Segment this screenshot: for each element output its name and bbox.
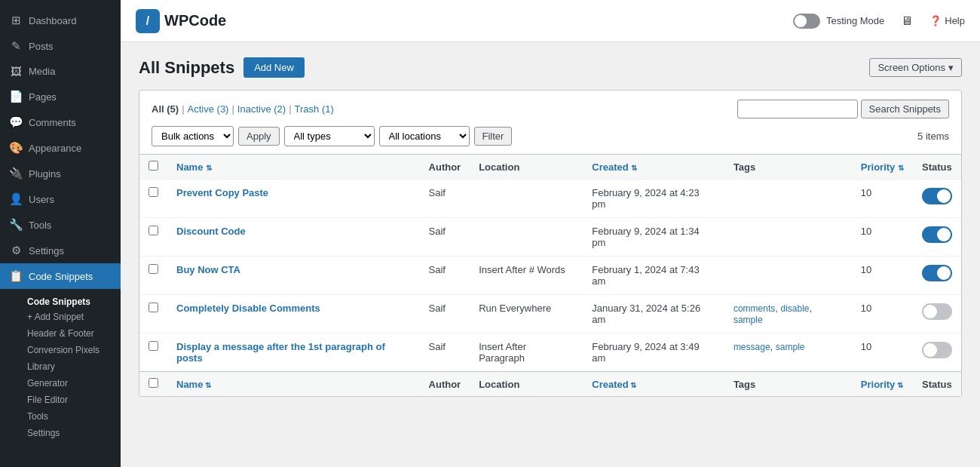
media-icon: 🖼 [9,65,23,78]
row-checkbox[interactable] [149,187,158,197]
bulk-actions-select[interactable]: Bulk actions [152,126,234,146]
apply-button[interactable]: Apply [238,127,280,146]
status-toggle[interactable] [922,303,952,320]
sidebar-sub-add-snippet[interactable]: + Add Snippet [21,309,121,325]
snippet-name[interactable]: Buy Now CTA [176,264,240,275]
help-circle-icon: ❓ [929,15,942,26]
screen-options-label: Screen Options [877,62,945,73]
tfoot-name[interactable]: Name ⇅ [167,372,420,397]
tfoot-priority[interactable]: Priority ⇅ [852,372,913,397]
snippet-name[interactable]: Discount Code [176,226,246,237]
status-toggle[interactable] [922,265,952,281]
snippet-priority: 10 [852,257,913,295]
table-footer-row: Name ⇅ Author Location Created ⇅ Tags Pr… [139,372,961,397]
tag-link[interactable]: disable [780,303,809,314]
snippet-status[interactable] [913,295,961,333]
sidebar-item-users[interactable]: 👤 Users [0,186,121,212]
table-row: Prevent Copy PasteSaifFebruary 9, 2024 a… [139,180,961,218]
tfoot-created[interactable]: Created ⇅ [583,372,724,397]
snippet-location: Insert After Paragraph [470,333,583,372]
status-toggle[interactable] [922,226,952,243]
chevron-down-icon: ▾ [948,62,954,73]
help-button[interactable]: ❓ Help [929,15,965,26]
snippet-status[interactable] [913,218,961,257]
add-new-button[interactable]: Add New [243,57,305,78]
sidebar-item-settings[interactable]: ⚙ Settings [0,238,121,263]
testing-mode-switch[interactable] [793,14,820,29]
sidebar-sub-tools[interactable]: Tools [21,408,121,425]
snippet-name[interactable]: Display a message after the 1st paragrap… [176,341,385,364]
sidebar-sub-conversion-pixels[interactable]: Conversion Pixels [21,342,121,358]
actions-bar: Bulk actions Apply All types All locatio… [139,118,961,154]
locations-filter-select[interactable]: All locations [379,126,470,146]
tfoot-status: Status [913,372,961,397]
users-icon: 👤 [9,192,23,206]
sidebar-item-pages[interactable]: 📄 Pages [0,84,121,109]
tag-link[interactable]: comments [733,303,775,314]
snippet-name[interactable]: Completely Disable Comments [176,303,320,314]
sidebar-item-code-snippets[interactable]: 📋 Code Snippets [0,263,121,289]
snippet-status[interactable] [913,333,961,372]
snippet-created: February 9, 2024 at 1:34 pm [583,218,724,257]
sidebar-item-label: Tools [29,220,51,231]
tfoot-author: Author [420,372,470,397]
snippet-tags: message, sample [724,333,852,372]
sidebar-sub-header-footer[interactable]: Header & Footer [21,325,121,342]
sidebar-sub-settings[interactable]: Settings [21,425,121,441]
snippet-created: January 31, 2024 at 5:26 am [583,295,724,333]
row-checkbox[interactable] [149,303,158,312]
logo-icon: / [136,9,160,33]
sidebar-sub-library[interactable]: Library [21,358,121,375]
sidebar-item-media[interactable]: 🖼 Media [0,59,121,84]
testing-mode-label: Testing Mode [826,15,884,26]
th-priority[interactable]: Priority ⇅ [852,155,913,180]
search-input[interactable] [737,100,858,118]
filter-tabs: All (5) | Active (3) | Inactive (2) | [152,103,334,115]
sidebar-item-plugins[interactable]: 🔌 Plugins [0,161,121,186]
snippet-status[interactable] [913,180,961,218]
row-checkbox[interactable] [149,264,158,274]
filter-tab-active[interactable]: Active (3) [188,103,229,115]
tag-link[interactable]: message [733,342,770,352]
sidebar-sub-generator[interactable]: Generator [21,375,121,392]
th-name[interactable]: Name ⇅ [167,155,420,180]
main-content: / WPCode Testing Mode 🖥 ❓ Help All Snipp… [121,0,980,467]
sidebar-item-label: Comments [29,117,76,128]
filter-button[interactable]: Filter [474,127,513,146]
snippet-name[interactable]: Prevent Copy Paste [176,187,268,198]
types-filter-select[interactable]: All types [284,126,375,146]
row-checkbox[interactable] [149,226,158,235]
status-toggle[interactable] [922,342,952,358]
tag-link[interactable]: sample [733,315,763,325]
testing-mode-toggle[interactable]: Testing Mode [793,14,884,29]
sidebar-item-appearance[interactable]: 🎨 Appearance [0,135,121,161]
status-toggle[interactable] [922,188,952,204]
select-all-checkbox[interactable] [149,161,158,171]
sidebar-item-label: Settings [29,245,64,257]
sort-created-icon: ⇅ [631,164,637,172]
snippet-created: February 1, 2024 at 7:43 am [583,257,724,295]
sidebar-item-dashboard[interactable]: ⊞ Dashboard [0,8,121,33]
screen-options-button[interactable]: Screen Options ▾ [869,58,962,77]
th-tags: Tags [724,155,852,180]
row-checkbox[interactable] [149,341,158,351]
filter-tab-trash[interactable]: Trash (1) [295,103,334,115]
sidebar-item-posts[interactable]: ✎ Posts [0,33,121,59]
sidebar-item-comments[interactable]: 💬 Comments [0,109,121,135]
sidebar-sub-file-editor[interactable]: File Editor [21,392,121,408]
tag-link[interactable]: sample [776,342,805,352]
snippet-created: February 9, 2024 at 4:23 pm [583,180,724,218]
snippet-priority: 10 [852,180,913,218]
filter-tab-all[interactable]: All (5) [152,103,179,115]
snippet-location: Insert After # Words [470,257,583,295]
dashboard-icon: ⊞ [9,14,23,27]
select-all-footer-checkbox[interactable] [149,378,158,388]
snippet-author: Saif [420,180,470,218]
search-snippets-button[interactable]: Search Snippets [861,100,949,118]
monitor-icon[interactable]: 🖥 [896,11,917,32]
posts-icon: ✎ [9,39,23,53]
sidebar-item-tools[interactable]: 🔧 Tools [0,212,121,238]
filter-tab-inactive[interactable]: Inactive (2) [237,103,286,115]
th-created[interactable]: Created ⇅ [583,155,724,180]
snippet-status[interactable] [913,257,961,295]
